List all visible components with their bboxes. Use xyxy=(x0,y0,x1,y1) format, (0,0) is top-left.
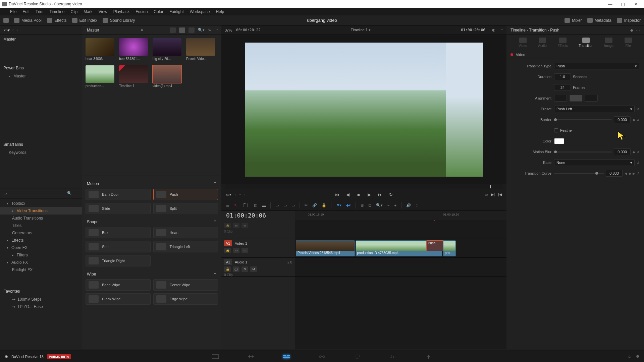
prev-edit-icon[interactable]: |◀ xyxy=(498,192,502,197)
trim-tool-icon[interactable]: ⎾⏌ xyxy=(242,203,249,207)
match-frame-icon[interactable]: ▭▾ xyxy=(226,192,231,197)
inspector-tab-effects[interactable]: Effects xyxy=(557,38,568,48)
keyframe-prev-icon[interactable]: ◀ xyxy=(625,172,627,175)
audio-icon[interactable]: 🔊 xyxy=(406,203,411,207)
transition-band-wipe[interactable]: Band Wipe xyxy=(86,279,151,291)
track-head-v1[interactable]: V1 Video 1 🔒 ▭ ▭ xyxy=(221,239,295,258)
view-list-icon[interactable] xyxy=(189,27,195,33)
transition-triangle-left[interactable]: Triangle Left xyxy=(153,241,218,252)
fx-generators[interactable]: Generators xyxy=(0,229,82,237)
reset-icon[interactable]: ↺ xyxy=(637,172,639,175)
color-swatch[interactable] xyxy=(554,138,564,144)
loop-button[interactable]: ↻ xyxy=(388,191,394,197)
alignment-center-button[interactable] xyxy=(570,95,582,102)
transition-split[interactable]: Split xyxy=(153,203,218,214)
favorite-item[interactable]: ⇢ TP ZO... Ease xyxy=(0,303,82,310)
zoom-full-icon[interactable]: ⊡ xyxy=(368,203,371,207)
motion-blur-slider[interactable] xyxy=(554,152,612,153)
duration-frames-input[interactable]: 24 xyxy=(554,84,571,91)
fx-effects[interactable]: ▸Effects xyxy=(0,237,82,244)
monitor-icon[interactable]: ▯ xyxy=(416,203,418,207)
track-display-icon[interactable]: ▭ xyxy=(233,248,239,253)
media-clip[interactable]: video(1).mp4 xyxy=(153,65,181,88)
category-shape[interactable]: Shape⌃ xyxy=(86,217,218,227)
transition-edge-wipe[interactable]: Edge Wipe xyxy=(153,293,218,305)
zoom-out-icon[interactable]: − xyxy=(387,203,389,207)
close-button[interactable]: ✕ xyxy=(629,0,642,8)
options-icon[interactable]: ⋯ xyxy=(75,191,79,195)
sort-icon[interactable]: ⇅ xyxy=(208,28,211,32)
pool-breadcrumb[interactable]: Master xyxy=(86,28,99,33)
fx-openfx[interactable]: ▾Open FX xyxy=(0,244,82,251)
page-media[interactable] xyxy=(211,353,220,360)
search-icon[interactable]: 🔍 xyxy=(67,191,72,195)
media-clip[interactable]: Pexels Vide... xyxy=(186,38,215,61)
lock-track-icon[interactable]: 🔒 xyxy=(224,266,231,272)
options-icon[interactable]: ⋯ xyxy=(214,28,218,32)
track-display-icon[interactable]: ▭ xyxy=(233,223,239,228)
track-v1-lane[interactable]: Pexels Videos 2818546.mp4 production ID … xyxy=(295,239,506,258)
search-icon[interactable]: 🔍▾ xyxy=(198,28,205,32)
lock-track-icon[interactable]: 🔒 xyxy=(224,248,231,253)
transition-star[interactable]: Star xyxy=(86,241,151,252)
selection-tool-icon[interactable]: ↖ xyxy=(234,203,237,207)
timeline-ruler[interactable]: 01:00:18:10 01:00:19:20 xyxy=(295,211,506,220)
blade-action-icon[interactable]: ✂ xyxy=(305,203,308,207)
transition-barn-door[interactable]: Barn Door xyxy=(86,189,151,200)
ease-dropdown[interactable]: None▾ xyxy=(554,159,635,166)
timeline-clip[interactable]: pro... xyxy=(443,240,456,256)
menu-clip[interactable]: Clip xyxy=(70,9,77,14)
transition-curve-value[interactable]: 0.833 xyxy=(606,170,623,177)
inspector-tab-audio[interactable]: Audio xyxy=(538,38,547,48)
arm-icon[interactable]: ◯ xyxy=(233,266,239,272)
sound-library-toggle[interactable]: Sound Library xyxy=(103,18,135,23)
metadata-toggle[interactable]: Metadata xyxy=(587,18,611,23)
timeline-timecode[interactable]: 01:00:20:06 xyxy=(221,210,271,221)
menu-edit[interactable]: Edit xyxy=(22,9,30,14)
snapping-icon[interactable]: ⊞ xyxy=(361,203,364,207)
nav-fwd-icon[interactable]: › xyxy=(16,28,18,33)
transition-curve-slider[interactable] xyxy=(554,173,604,174)
inspector-tab-video[interactable]: Video xyxy=(519,38,527,48)
page-deliver[interactable] xyxy=(424,353,433,360)
viewer-canvas-area[interactable] xyxy=(221,35,506,184)
bin-root[interactable]: Master xyxy=(0,35,82,44)
page-fusion[interactable] xyxy=(318,353,326,360)
transition-box[interactable]: Box xyxy=(86,227,151,238)
timeline-clip[interactable]: Pexels Videos 2818546.mp4 xyxy=(296,240,355,256)
menu-trim[interactable]: Trim xyxy=(36,9,44,14)
zoom-in-icon[interactable]: + xyxy=(394,203,396,207)
panel-layout-icon[interactable]: ▭▾ xyxy=(4,28,10,33)
menu-fusion[interactable]: Fusion xyxy=(136,9,148,14)
prev-frame-button[interactable]: ◀ xyxy=(345,191,351,197)
keyframe-next-icon[interactable]: ▶ xyxy=(633,172,635,175)
keyframe-icon[interactable]: ◆ xyxy=(633,150,635,154)
alignment-end-button[interactable] xyxy=(585,95,598,102)
fullscreen-toggle[interactable] xyxy=(3,18,9,23)
home-icon[interactable]: ⌂ xyxy=(628,354,631,359)
inspector-toggle[interactable]: Inspector xyxy=(617,18,641,23)
maximize-button[interactable]: ▢ xyxy=(616,0,629,8)
timeline-tracks-area[interactable]: Pexels Videos 2818546.mp4 production ID … xyxy=(295,220,506,349)
nav-next-icon[interactable]: › xyxy=(244,192,246,196)
play-button[interactable]: ▶ xyxy=(366,191,372,197)
panel-layout-icon[interactable]: ▭ xyxy=(3,191,7,195)
match-frame-icon[interactable]: ▭ xyxy=(484,192,488,197)
next-edit-icon[interactable]: ▶| xyxy=(491,192,495,197)
transition-triangle-right[interactable]: Triangle Right xyxy=(86,255,151,266)
timeline-view-icon[interactable]: ☰ xyxy=(226,203,229,207)
nav-back-icon[interactable]: ‹ xyxy=(12,28,14,33)
transition-push[interactable]: Push xyxy=(153,189,218,200)
effects-toggle[interactable]: Effects xyxy=(47,18,66,23)
fx-audio-transitions[interactable]: Audio Transitions xyxy=(0,215,82,222)
dynamic-trim-icon[interactable]: ◫ xyxy=(254,203,257,207)
fx-video-transitions[interactable]: ▸Video Transitions xyxy=(0,207,82,215)
border-value[interactable]: 0.000 xyxy=(614,116,631,123)
view-thumb-icon[interactable] xyxy=(179,27,185,33)
reset-icon[interactable]: ↺ xyxy=(637,161,639,165)
transition-center-wipe[interactable]: Center Wipe xyxy=(153,279,218,291)
flag-icon[interactable]: ⚑▾ xyxy=(336,203,341,207)
inspector-tab-transition[interactable]: Transition xyxy=(579,38,593,48)
keyframe-nav-icon[interactable]: ◆ xyxy=(630,28,633,33)
page-fairlight[interactable]: ♪ xyxy=(389,353,397,360)
